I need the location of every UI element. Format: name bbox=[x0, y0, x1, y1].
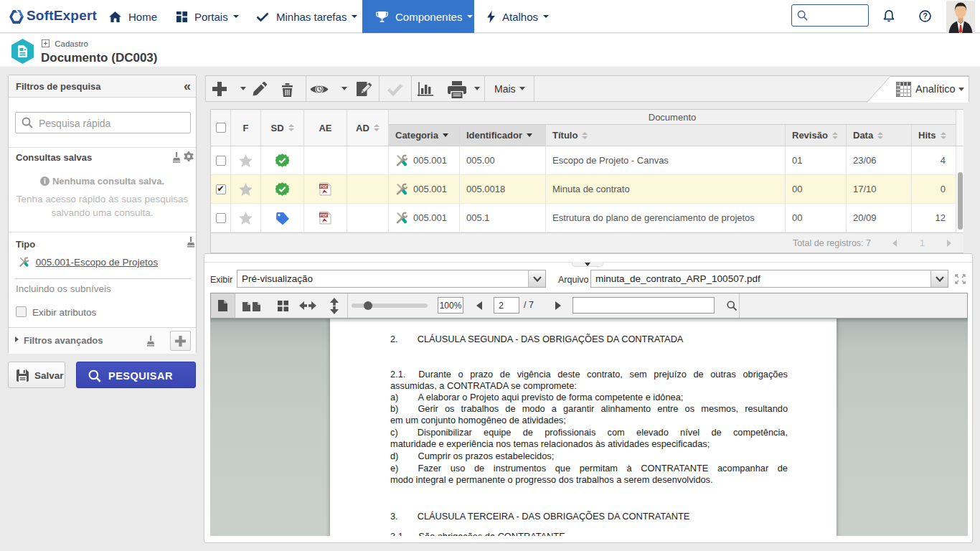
svg-text:PDF: PDF bbox=[320, 213, 328, 217]
svg-text:?: ? bbox=[923, 11, 928, 20]
svg-text:PDF: PDF bbox=[320, 184, 328, 189]
